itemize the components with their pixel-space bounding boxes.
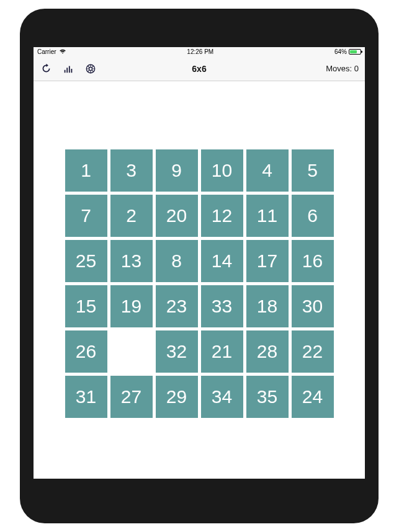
page-title: 6x6 [192,64,206,74]
stats-icon[interactable] [62,63,74,75]
puzzle-tile[interactable]: 2 [110,195,153,237]
nav-bar: 6x6 Moves: 0 [34,56,365,81]
game-area: 1391045722012116251381417161519233318302… [34,81,365,479]
puzzle-tile[interactable]: 34 [201,376,243,418]
puzzle-tile[interactable]: 20 [156,195,198,237]
puzzle-tile-empty [110,330,153,373]
wifi-icon [59,48,66,55]
puzzle-tile[interactable]: 27 [110,376,153,418]
puzzle-tile[interactable]: 23 [156,285,198,327]
device-frame: Carrier 12:26 PM 64% [20,9,379,523]
moves-counter: Moves: 0 [326,64,359,73]
puzzle-tile[interactable]: 22 [292,330,334,373]
puzzle-tile[interactable]: 30 [292,285,334,327]
puzzle-tile[interactable]: 15 [65,285,107,327]
help-icon[interactable] [84,63,97,75]
status-left: Carrier [37,48,66,55]
puzzle-tile[interactable]: 4 [246,149,289,192]
puzzle-tile[interactable]: 8 [156,240,198,282]
puzzle-tile[interactable]: 33 [201,285,243,327]
puzzle-tile[interactable]: 12 [201,195,243,237]
puzzle-tile[interactable]: 11 [246,195,289,237]
puzzle-tile[interactable]: 19 [110,285,153,327]
puzzle-tile[interactable]: 10 [201,149,243,192]
puzzle-tile[interactable]: 7 [65,195,107,237]
puzzle-tile[interactable]: 18 [246,285,289,327]
puzzle-tile[interactable]: 17 [246,240,289,282]
battery-pct: 64% [334,48,347,55]
puzzle-tile[interactable]: 21 [201,330,243,373]
puzzle-tile[interactable]: 32 [156,330,198,373]
battery-icon [349,49,361,55]
carrier-label: Carrier [37,48,56,55]
puzzle-tile[interactable]: 26 [65,330,107,373]
svg-point-1 [89,67,92,70]
puzzle-tile[interactable]: 28 [246,330,289,373]
refresh-icon[interactable] [40,63,52,75]
status-time: 12:26 PM [187,48,213,55]
puzzle-tile[interactable]: 25 [65,240,107,282]
puzzle-tile[interactable]: 29 [156,376,198,418]
puzzle-tile[interactable]: 14 [201,240,243,282]
puzzle-tile[interactable]: 5 [292,149,334,192]
puzzle-tile[interactable]: 24 [292,376,334,418]
puzzle-tile[interactable]: 9 [156,149,198,192]
puzzle-tile[interactable]: 13 [110,240,153,282]
puzzle-tile[interactable]: 3 [110,149,153,192]
screen: Carrier 12:26 PM 64% [34,47,365,479]
puzzle-tile[interactable]: 16 [292,240,334,282]
status-right: 64% [334,48,361,55]
puzzle-grid: 1391045722012116251381417161519233318302… [65,149,334,418]
puzzle-tile[interactable]: 1 [65,149,107,192]
puzzle-tile[interactable]: 31 [65,376,107,418]
status-bar: Carrier 12:26 PM 64% [34,47,365,56]
nav-left [40,63,97,75]
puzzle-tile[interactable]: 35 [246,376,289,418]
puzzle-tile[interactable]: 6 [292,195,334,237]
